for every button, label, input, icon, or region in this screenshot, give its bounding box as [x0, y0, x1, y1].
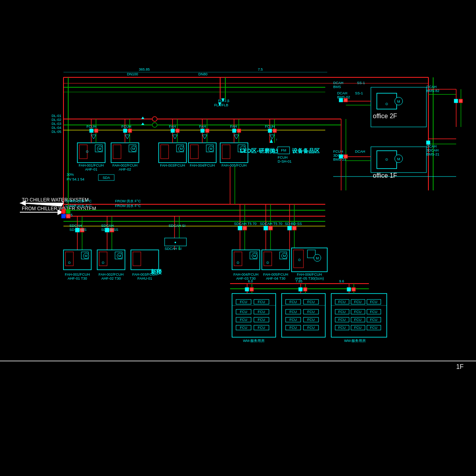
svg-rect-297	[344, 155, 347, 158]
svg-text:FROM 回水 F°C: FROM 回水 F°C	[115, 204, 141, 208]
svg-text:FAH-004/FCUH: FAH-004/FCUH	[233, 273, 258, 276]
svg-point-305	[152, 123, 157, 127]
svg-rect-244	[347, 288, 351, 291]
svg-rect-296	[339, 155, 343, 158]
svg-text:DL-03: DL-03	[52, 122, 61, 126]
svg-text:6.0: 6.0	[248, 279, 253, 283]
svg-point-304	[152, 117, 157, 121]
svg-text:FAH: FAH	[169, 125, 176, 129]
svg-rect-276	[273, 129, 276, 132]
svg-text:SDCAH SI: SDCAH SI	[165, 247, 182, 251]
office-2f-label: office 2F	[373, 113, 397, 119]
svg-text:FCU: FCU	[370, 326, 378, 330]
svg-text:M: M	[98, 147, 102, 151]
svg-text:M: M	[209, 147, 213, 151]
svg-text:FAH-003/FCUH: FAH-003/FCUH	[160, 163, 185, 167]
svg-text:●: ●	[174, 240, 176, 244]
hvac-diagram: 365.85 7.5 ↓ DL-01 DL-02 DL-03 DL-04 DL-…	[0, 0, 476, 476]
svg-text:FCU: FCU	[240, 310, 248, 314]
svg-text:FCU: FCU	[338, 310, 346, 314]
svg-text:FCU: FCU	[258, 310, 265, 314]
svg-text:FCU: FCU	[338, 300, 346, 304]
svg-text:SDCAH: SDCAH	[69, 224, 82, 228]
svg-text:SDCAH T5 70: SDCAH T5 70	[234, 222, 257, 226]
svg-text:⊙: ⊙	[385, 102, 388, 106]
svg-rect-243	[303, 288, 307, 291]
svg-rect-339	[66, 209, 70, 213]
svg-text:FAH-004/FCUH: FAH-004/FCUH	[190, 163, 215, 167]
svg-text:SDCAH: SDCAH	[101, 224, 114, 228]
svg-text:FCUH: FCUH	[333, 150, 343, 154]
svg-text:PV 54.1 54: PV 54.1 54	[67, 177, 84, 181]
svg-text:FCUH: FCUH	[121, 125, 131, 129]
svg-text:7.85: 7.85	[296, 279, 303, 283]
svg-text:WM-服务用房: WM-服务用房	[344, 339, 366, 343]
svg-text:⊙: ⊙	[86, 150, 89, 154]
svg-text:FCU: FCU	[258, 300, 265, 304]
svg-rect-275	[268, 129, 272, 132]
svg-text:FCU: FCU	[307, 326, 315, 330]
svg-text:M: M	[283, 254, 286, 258]
svg-text:FCU: FCU	[307, 300, 315, 304]
svg-rect-119	[133, 252, 141, 266]
svg-text:⊙: ⊙	[68, 261, 71, 265]
svg-rect-45	[222, 145, 230, 159]
svg-text:9.6: 9.6	[339, 279, 344, 283]
svg-text:M: M	[397, 157, 400, 161]
svg-text:FAH-005/FCUH: FAH-005/FCUH	[263, 273, 288, 276]
svg-text:SD-BD-SS: SD-BD-SS	[101, 228, 118, 232]
svg-text:FCU: FCU	[240, 326, 248, 330]
svg-text:FAH-002/FCUH: FAH-002/FCUH	[112, 163, 137, 167]
svg-text:FLA/FLB: FLA/FLB	[214, 103, 228, 107]
svg-text:FAH-001/FCUH: FAH-001/FCUH	[65, 273, 90, 276]
svg-text:FCU: FCU	[354, 300, 362, 304]
svg-text:FAHU-01: FAHU-01	[137, 276, 152, 280]
svg-rect-135	[243, 226, 247, 230]
svg-rect-316	[459, 99, 463, 103]
floor-label: 1F	[456, 363, 464, 370]
svg-text:7.5: 7.5	[258, 67, 263, 71]
svg-text:SD-BD-SS: SD-BD-SS	[285, 222, 302, 226]
svg-text:M: M	[316, 256, 319, 260]
svg-rect-260	[90, 129, 93, 132]
svg-text:FCUH: FCUH	[265, 125, 275, 129]
svg-text:BMS-82: BMS-82	[426, 89, 440, 93]
new-building-label: 新楼	[151, 269, 162, 275]
svg-text:M: M	[397, 100, 400, 104]
svg-text:BMS: BMS	[333, 85, 341, 89]
svg-rect-340	[61, 214, 65, 218]
svg-text:⊙: ⊙	[236, 261, 240, 265]
svg-text:DCAH: DCAH	[333, 81, 344, 85]
svg-rect-295	[344, 98, 347, 102]
svg-text:WM-服务用房: WM-服务用房	[243, 339, 265, 343]
svg-text:FCU: FCU	[290, 318, 297, 322]
svg-rect-242	[299, 288, 302, 291]
svg-rect-270	[205, 129, 209, 132]
svg-rect-264	[128, 129, 132, 132]
svg-text:SDA: SDA	[103, 176, 110, 180]
svg-rect-263	[123, 129, 127, 132]
svg-text:⊙: ⊙	[385, 157, 388, 161]
svg-rect-40	[190, 145, 198, 159]
svg-rect-241	[250, 288, 253, 291]
svg-text:⊙: ⊙	[102, 261, 105, 265]
svg-text:DN100: DN100	[127, 72, 138, 76]
svg-text:FCU: FCU	[290, 310, 297, 314]
svg-rect-30	[113, 145, 121, 159]
svg-text:DL-01: DL-01	[52, 114, 61, 118]
svg-rect-338	[61, 209, 65, 213]
svg-text:BMS-21: BMS-21	[426, 152, 440, 156]
svg-text:SDCAH T5 70: SDCAH T5 70	[260, 222, 282, 226]
svg-rect-294	[339, 98, 343, 102]
svg-text:DL-02: DL-02	[52, 118, 61, 122]
svg-text:FAH: FAH	[199, 125, 206, 129]
svg-text:FM: FM	[281, 148, 286, 152]
svg-rect-267	[176, 129, 179, 132]
svg-text:FCU: FCU	[258, 326, 265, 330]
svg-text:FAH-006/FCUH: FAH-006/FCUH	[297, 273, 322, 276]
svg-text:⊙: ⊙	[298, 258, 301, 262]
svg-rect-139	[292, 226, 296, 230]
svg-rect-138	[288, 226, 292, 230]
svg-rect-134	[238, 226, 242, 230]
svg-text:M: M	[253, 254, 256, 258]
